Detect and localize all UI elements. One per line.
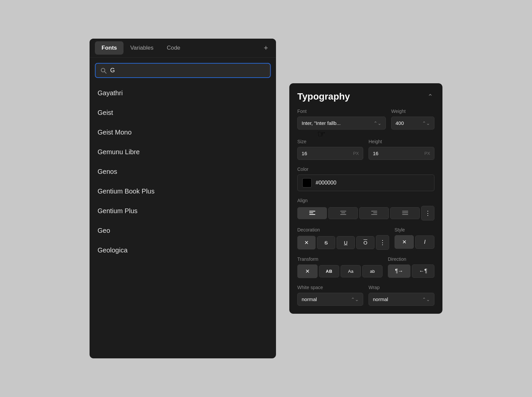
color-value: #000000: [316, 180, 336, 186]
transform-uppercase-button[interactable]: AB: [319, 265, 339, 277]
transform-none-button[interactable]: ✕: [297, 264, 318, 278]
collapse-button[interactable]: ⌃: [426, 91, 434, 102]
transform-lowercase-button[interactable]: ab: [362, 265, 383, 277]
size-label: Size: [297, 139, 363, 144]
size-value: 16: [302, 151, 307, 156]
list-item[interactable]: Genos: [90, 162, 276, 182]
svg-rect-9: [373, 212, 377, 213]
style-none-button[interactable]: ✕: [395, 235, 414, 249]
tab-variables[interactable]: Variables: [124, 41, 160, 55]
typography-panel: Typography ⌃ Font Inter, "Inter fallb...…: [289, 83, 442, 314]
list-item[interactable]: Geist Mono: [90, 123, 276, 142]
tab-code[interactable]: Code: [160, 41, 187, 55]
decoration-label: Decoration: [297, 227, 389, 232]
font-spinner-icon: ⌃⌄: [374, 121, 382, 126]
align-justify-icon: [402, 211, 408, 215]
weight-value: 400: [396, 120, 404, 126]
svg-rect-3: [309, 212, 313, 213]
size-input[interactable]: 16 PX: [297, 147, 363, 160]
font-weight-row: Font Inter, "Inter fallb... ⌃⌄ ☞ Weight …: [297, 109, 434, 130]
align-center-button[interactable]: [328, 207, 358, 219]
whitespace-spinner-icon: ⌃⌄: [351, 297, 359, 302]
font-label: Font: [297, 109, 386, 114]
fonts-panel: Fonts Variables Code + Gayathri Geist Ge…: [90, 39, 276, 358]
weight-col: Weight 400 ⌃⌄: [391, 109, 434, 130]
direction-buttons: ¶→ ←¶: [388, 264, 434, 278]
svg-line-1: [105, 72, 106, 73]
align-left-icon: [309, 211, 315, 215]
align-justify-button[interactable]: [390, 207, 420, 219]
list-item[interactable]: Geologica: [90, 240, 276, 260]
align-buttons: ⋮: [297, 206, 434, 220]
list-item[interactable]: Gemunu Libre: [90, 142, 276, 162]
color-input[interactable]: #000000: [297, 175, 434, 191]
svg-rect-13: [402, 214, 408, 215]
transform-label: Transform: [297, 256, 383, 262]
list-item[interactable]: Gentium Plus: [90, 201, 276, 221]
wrap-col: Wrap normal ⌃⌄: [369, 285, 434, 306]
decoration-none-button[interactable]: ✕: [297, 236, 316, 249]
tab-fonts[interactable]: Fonts: [95, 41, 124, 55]
decoration-overline-button[interactable]: O: [356, 236, 375, 249]
svg-rect-7: [340, 214, 346, 215]
decoration-strikethrough-button[interactable]: S: [317, 236, 335, 249]
align-right-icon: [371, 211, 377, 215]
svg-rect-4: [309, 214, 315, 215]
add-tab-button[interactable]: +: [261, 42, 271, 54]
wrap-value: normal: [373, 296, 388, 302]
whitespace-value: normal: [302, 296, 317, 302]
color-swatch[interactable]: [302, 178, 312, 188]
wrap-spinner-icon: ⌃⌄: [422, 297, 430, 302]
search-input[interactable]: [110, 67, 265, 74]
style-col: Style ✕ I: [395, 227, 434, 250]
decoration-more-button[interactable]: ⋮: [376, 235, 389, 250]
transform-buttons: ✕ AB Aa ab: [297, 264, 383, 278]
list-item[interactable]: Gayathri: [90, 83, 276, 103]
decoration-underline-button[interactable]: U: [337, 236, 355, 249]
height-col: Height 16 PX: [369, 139, 434, 160]
style-buttons: ✕ I: [395, 235, 434, 249]
decoration-col: Decoration ✕ S U O ⋮: [297, 227, 389, 250]
align-left-button[interactable]: [297, 207, 327, 219]
transform-direction-row: Transform ✕ AB Aa ab Direction ¶→ ←¶: [297, 256, 434, 278]
direction-rtl-button[interactable]: ←¶: [412, 264, 434, 278]
wrap-select[interactable]: normal ⌃⌄: [369, 293, 434, 306]
search-container: [90, 58, 276, 81]
size-height-row: Size 16 PX Height 16 PX: [297, 139, 434, 160]
whitespace-select[interactable]: normal ⌃⌄: [297, 293, 363, 306]
panel-title: Typography: [297, 91, 350, 102]
search-icon: [100, 67, 107, 74]
list-item[interactable]: Gentium Book Plus: [90, 182, 276, 201]
align-more-button[interactable]: ⋮: [421, 206, 434, 220]
search-box: [95, 63, 271, 78]
cursor-icon: ☞: [317, 129, 326, 140]
height-input[interactable]: 16 PX: [369, 147, 434, 160]
style-italic-button[interactable]: I: [415, 235, 434, 249]
svg-rect-11: [402, 211, 408, 211]
weight-selector[interactable]: 400 ⌃⌄: [391, 117, 434, 130]
color-section: Color #000000: [297, 167, 434, 191]
font-selector[interactable]: Inter, "Inter fallb... ⌃⌄: [297, 117, 386, 130]
list-item[interactable]: Geo: [90, 221, 276, 240]
font-list: Gayathri Geist Geist Mono Gemunu Libre G…: [90, 81, 276, 263]
svg-rect-10: [371, 214, 377, 215]
font-col: Font Inter, "Inter fallb... ⌃⌄ ☞: [297, 109, 386, 130]
size-unit: PX: [353, 151, 359, 156]
direction-label: Direction: [388, 256, 434, 262]
svg-rect-2: [309, 211, 315, 211]
align-right-button[interactable]: [359, 207, 389, 219]
transform-col: Transform ✕ AB Aa ab: [297, 256, 383, 278]
transform-capitalize-button[interactable]: Aa: [341, 265, 361, 277]
weight-spinner-icon: ⌃⌄: [422, 121, 430, 126]
panel-header: Typography ⌃: [297, 91, 434, 102]
weight-label: Weight: [391, 109, 434, 114]
list-item[interactable]: Geist: [90, 103, 276, 123]
whitespace-wrap-row: White space normal ⌃⌄ Wrap normal ⌃⌄: [297, 285, 434, 306]
align-section: Align: [297, 198, 434, 220]
align-label: Align: [297, 198, 434, 203]
style-label: Style: [395, 227, 434, 232]
whitespace-label: White space: [297, 285, 363, 290]
size-col: Size 16 PX: [297, 139, 363, 160]
direction-ltr-button[interactable]: ¶→: [388, 264, 410, 278]
whitespace-col: White space normal ⌃⌄: [297, 285, 363, 306]
